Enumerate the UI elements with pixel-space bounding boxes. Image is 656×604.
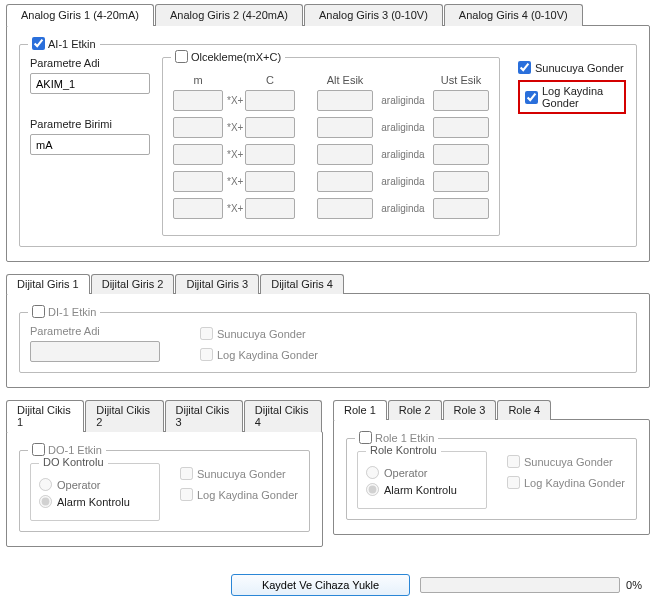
tab-analog-3[interactable]: Analog Giris 3 (0-10V): [304, 4, 443, 26]
do-enable-checkbox[interactable]: [32, 443, 45, 456]
do-kontrolu-group: DO Kontrolu Operator Alarm Kontrolu: [30, 463, 160, 521]
role-operator-radio[interactable]: [366, 466, 379, 479]
di-param-name-label: Parametre Adi: [30, 325, 160, 337]
role-kontrolu-group: Role Kontrolu Operator Alarm Kontrolu: [357, 451, 487, 509]
hdr-m: m: [173, 74, 223, 86]
m-field[interactable]: [173, 117, 223, 138]
ai-enable-group: AI-1 Etkin Parametre Adi Parametre Birim…: [19, 44, 637, 247]
scale-row: *X+ araliginda: [173, 90, 489, 111]
di-enable-group: DI-1 Etkin Parametre Adi Sunucuya Gonder…: [19, 312, 637, 373]
alt-esik-field[interactable]: [317, 90, 373, 111]
role-sunucuya-label: Sunucuya Gonder: [524, 456, 613, 468]
role-enable-checkbox[interactable]: [359, 431, 372, 444]
do-enable-group: DO-1 Etkin DO Kontrolu Operator Alarm Ko…: [19, 450, 310, 532]
scaling-checkbox[interactable]: [175, 50, 188, 63]
save-upload-button[interactable]: Kaydet Ve Cihaza Yukle: [231, 574, 410, 596]
tab-role-4[interactable]: Role 4: [497, 400, 551, 420]
ai-enable-label: AI-1 Etkin: [48, 38, 96, 50]
role-log-checkbox[interactable]: [507, 476, 520, 489]
do-operator-radio[interactable]: [39, 478, 52, 491]
analog-panel: AI-1 Etkin Parametre Adi Parametre Birim…: [6, 25, 650, 262]
di-log-checkbox[interactable]: [200, 348, 213, 361]
m-field[interactable]: [173, 171, 223, 192]
ust-esik-field[interactable]: [433, 90, 489, 111]
m-field[interactable]: [173, 198, 223, 219]
do-alarm-label: Alarm Kontrolu: [57, 496, 130, 508]
tab-role-1[interactable]: Role 1: [333, 400, 387, 420]
digital-cikis-tabs: Dijital Cikis 1 Dijital Cikis 2 Dijital …: [6, 400, 323, 432]
di-enable-checkbox[interactable]: [32, 305, 45, 318]
hdr-alt-esik: Alt Esik: [317, 74, 373, 86]
sunucuya-gonder-checkbox[interactable]: [518, 61, 531, 74]
di-param-name-field[interactable]: [30, 341, 160, 362]
m-field[interactable]: [173, 144, 223, 165]
digital-giris-panel: DI-1 Etkin Parametre Adi Sunucuya Gonder…: [6, 293, 650, 388]
hdr-c: C: [245, 74, 295, 86]
sunucuya-gonder-label: Sunucuya Gonder: [535, 62, 624, 74]
param-unit-field[interactable]: [30, 134, 150, 155]
ust-esik-field[interactable]: [433, 144, 489, 165]
tab-analog-2[interactable]: Analog Giris 2 (4-20mA): [155, 4, 303, 26]
tab-digiris-4[interactable]: Dijital Giris 4: [260, 274, 344, 294]
log-kaydina-gonder-label: Log Kaydina Gonder: [542, 85, 619, 109]
do-sunucuya-label: Sunucuya Gonder: [197, 468, 286, 480]
do-sunucuya-checkbox[interactable]: [180, 467, 193, 480]
do-kontrolu-label: DO Kontrolu: [39, 456, 108, 468]
log-kaydina-gonder-checkbox[interactable]: [525, 91, 538, 104]
ust-esik-field[interactable]: [433, 117, 489, 138]
progress-bar: [420, 577, 620, 593]
di-log-label: Log Kaydina Gonder: [217, 349, 318, 361]
scale-row: *X+ araliginda: [173, 117, 489, 138]
role-enable-label: Role 1 Etkin: [375, 432, 434, 444]
analog-tabs: Analog Giris 1 (4-20mA) Analog Giris 2 (…: [6, 4, 650, 26]
tab-role-2[interactable]: Role 2: [388, 400, 442, 420]
scale-row: *X+ araliginda: [173, 171, 489, 192]
tab-digiris-1[interactable]: Dijital Giris 1: [6, 274, 90, 294]
scale-row: *X+ araliginda: [173, 144, 489, 165]
do-operator-label: Operator: [57, 479, 100, 491]
do-alarm-radio[interactable]: [39, 495, 52, 508]
role-operator-label: Operator: [384, 467, 427, 479]
alt-esik-field[interactable]: [317, 144, 373, 165]
ust-esik-field[interactable]: [433, 198, 489, 219]
do-log-checkbox[interactable]: [180, 488, 193, 501]
scale-row: *X+ araliginda: [173, 198, 489, 219]
alt-esik-field[interactable]: [317, 117, 373, 138]
scaling-label: Olcekleme(mX+C): [191, 51, 281, 63]
tab-dicikis-3[interactable]: Dijital Cikis 3: [165, 400, 243, 432]
c-field[interactable]: [245, 144, 295, 165]
log-kaydina-gonder-highlight: Log Kaydina Gonder: [518, 80, 626, 114]
role-alarm-radio[interactable]: [366, 483, 379, 496]
role-sunucuya-checkbox[interactable]: [507, 455, 520, 468]
tab-analog-1[interactable]: Analog Giris 1 (4-20mA): [6, 4, 154, 26]
tab-role-3[interactable]: Role 3: [443, 400, 497, 420]
tab-dicikis-4[interactable]: Dijital Cikis 4: [244, 400, 322, 432]
di-sunucuya-checkbox[interactable]: [200, 327, 213, 340]
c-field[interactable]: [245, 117, 295, 138]
tab-analog-4[interactable]: Analog Giris 4 (0-10V): [444, 4, 583, 26]
c-field[interactable]: [245, 90, 295, 111]
alt-esik-field[interactable]: [317, 198, 373, 219]
alt-esik-field[interactable]: [317, 171, 373, 192]
tab-digiris-3[interactable]: Dijital Giris 3: [175, 274, 259, 294]
c-field[interactable]: [245, 198, 295, 219]
m-field[interactable]: [173, 90, 223, 111]
ai-enable-checkbox[interactable]: [32, 37, 45, 50]
do-log-label: Log Kaydina Gonder: [197, 489, 298, 501]
di-enable-label: DI-1 Etkin: [48, 306, 96, 318]
param-name-field[interactable]: [30, 73, 150, 94]
ust-esik-field[interactable]: [433, 171, 489, 192]
tab-digiris-2[interactable]: Dijital Giris 2: [91, 274, 175, 294]
tab-dicikis-1[interactable]: Dijital Cikis 1: [6, 400, 84, 432]
digital-cikis-panel: DO-1 Etkin DO Kontrolu Operator Alarm Ko…: [6, 431, 323, 547]
progress-text: 0%: [626, 579, 642, 591]
role-enable-group: Role 1 Etkin Role Kontrolu Operator Alar…: [346, 438, 637, 520]
footer: Kaydet Ve Cihaza Yukle 0%: [0, 574, 648, 596]
digital-giris-tabs: Dijital Giris 1 Dijital Giris 2 Dijital …: [6, 274, 650, 294]
role-log-label: Log Kaydina Gonder: [524, 477, 625, 489]
c-field[interactable]: [245, 171, 295, 192]
tab-dicikis-2[interactable]: Dijital Cikis 2: [85, 400, 163, 432]
role-kontrolu-label: Role Kontrolu: [366, 444, 441, 456]
di-sunucuya-label: Sunucuya Gonder: [217, 328, 306, 340]
role-tabs: Role 1 Role 2 Role 3 Role 4: [333, 400, 650, 420]
